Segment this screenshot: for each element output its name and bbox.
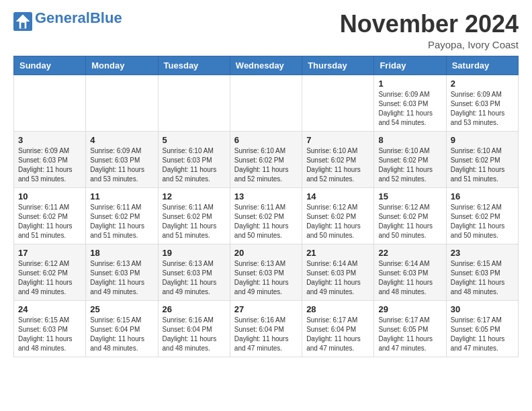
weekday-header-row: SundayMondayTuesdayWednesdayThursdayFrid…	[14, 56, 519, 75]
calendar-cell: 17Sunrise: 6:12 AM Sunset: 6:02 PM Dayli…	[14, 244, 86, 300]
day-number: 17	[18, 248, 81, 258]
day-info: Sunrise: 6:17 AM Sunset: 6:05 PM Dayligh…	[451, 316, 514, 353]
logo-blue: Blue	[90, 9, 122, 26]
logo-general: General	[35, 9, 90, 26]
day-info: Sunrise: 6:10 AM Sunset: 6:03 PM Dayligh…	[163, 146, 226, 184]
day-info: Sunrise: 6:15 AM Sunset: 6:03 PM Dayligh…	[18, 316, 81, 353]
weekday-header-monday: Monday	[86, 56, 158, 75]
calendar-table: SundayMondayTuesdayWednesdayThursdayFrid…	[13, 56, 519, 357]
day-info: Sunrise: 6:14 AM Sunset: 6:03 PM Dayligh…	[378, 259, 441, 297]
day-info: Sunrise: 6:09 AM Sunset: 6:03 PM Dayligh…	[18, 146, 81, 184]
day-info: Sunrise: 6:11 AM Sunset: 6:02 PM Dayligh…	[163, 203, 226, 240]
day-number: 28	[306, 304, 369, 314]
calendar-cell: 14Sunrise: 6:12 AM Sunset: 6:02 PM Dayli…	[302, 187, 374, 244]
day-number: 29	[378, 304, 441, 314]
calendar-cell	[230, 75, 302, 131]
day-number: 8	[378, 135, 441, 145]
month-title: November 2024	[340, 11, 519, 38]
day-number: 6	[234, 135, 298, 145]
logo: GeneralBlue	[13, 11, 122, 31]
weekday-header-tuesday: Tuesday	[158, 56, 230, 75]
day-info: Sunrise: 6:11 AM Sunset: 6:02 PM Dayligh…	[90, 203, 153, 240]
day-info: Sunrise: 6:15 AM Sunset: 6:04 PM Dayligh…	[90, 316, 153, 353]
day-number: 15	[378, 191, 441, 201]
day-info: Sunrise: 6:15 AM Sunset: 6:03 PM Dayligh…	[451, 259, 514, 297]
day-info: Sunrise: 6:16 AM Sunset: 6:04 PM Dayligh…	[234, 316, 298, 353]
logo-text: GeneralBlue	[35, 11, 122, 26]
day-info: Sunrise: 6:12 AM Sunset: 6:02 PM Dayligh…	[451, 203, 514, 240]
day-number: 23	[451, 248, 514, 258]
title-block: November 2024 Payopa, Ivory Coast	[340, 11, 519, 50]
page: GeneralBlue November 2024 Payopa, Ivory …	[0, 0, 532, 371]
day-number: 20	[234, 248, 298, 258]
day-number: 10	[18, 191, 81, 201]
calendar-cell: 15Sunrise: 6:12 AM Sunset: 6:02 PM Dayli…	[374, 187, 446, 244]
calendar-cell	[86, 75, 158, 131]
calendar-week-row: 24Sunrise: 6:15 AM Sunset: 6:03 PM Dayli…	[14, 300, 519, 357]
day-info: Sunrise: 6:10 AM Sunset: 6:02 PM Dayligh…	[306, 146, 369, 184]
day-number: 4	[90, 135, 153, 145]
day-number: 25	[90, 304, 153, 314]
day-number: 21	[306, 248, 369, 258]
day-number: 22	[378, 248, 441, 258]
day-info: Sunrise: 6:10 AM Sunset: 6:02 PM Dayligh…	[234, 146, 298, 184]
day-info: Sunrise: 6:11 AM Sunset: 6:02 PM Dayligh…	[234, 203, 298, 240]
day-info: Sunrise: 6:09 AM Sunset: 6:03 PM Dayligh…	[90, 146, 153, 184]
calendar-cell: 7Sunrise: 6:10 AM Sunset: 6:02 PM Daylig…	[302, 131, 374, 187]
calendar-cell: 5Sunrise: 6:10 AM Sunset: 6:03 PM Daylig…	[158, 131, 230, 187]
calendar-cell	[158, 75, 230, 131]
day-number: 30	[451, 304, 514, 314]
day-number: 14	[306, 191, 369, 201]
day-number: 19	[163, 248, 226, 258]
calendar-cell: 29Sunrise: 6:17 AM Sunset: 6:05 PM Dayli…	[374, 300, 446, 357]
day-info: Sunrise: 6:12 AM Sunset: 6:02 PM Dayligh…	[18, 259, 81, 297]
calendar-cell: 13Sunrise: 6:11 AM Sunset: 6:02 PM Dayli…	[230, 187, 302, 244]
day-info: Sunrise: 6:17 AM Sunset: 6:04 PM Dayligh…	[306, 316, 369, 353]
calendar-cell: 24Sunrise: 6:15 AM Sunset: 6:03 PM Dayli…	[14, 300, 86, 357]
day-info: Sunrise: 6:17 AM Sunset: 6:05 PM Dayligh…	[378, 316, 441, 353]
weekday-header-sunday: Sunday	[14, 56, 86, 75]
calendar-cell: 9Sunrise: 6:10 AM Sunset: 6:02 PM Daylig…	[446, 131, 518, 187]
day-info: Sunrise: 6:12 AM Sunset: 6:02 PM Dayligh…	[378, 203, 441, 240]
calendar-cell: 3Sunrise: 6:09 AM Sunset: 6:03 PM Daylig…	[14, 131, 86, 187]
calendar-cell	[14, 75, 86, 131]
calendar-cell: 18Sunrise: 6:13 AM Sunset: 6:03 PM Dayli…	[86, 244, 158, 300]
day-info: Sunrise: 6:16 AM Sunset: 6:04 PM Dayligh…	[163, 316, 226, 353]
day-info: Sunrise: 6:13 AM Sunset: 6:03 PM Dayligh…	[163, 259, 226, 297]
day-info: Sunrise: 6:13 AM Sunset: 6:03 PM Dayligh…	[234, 259, 298, 297]
calendar-cell: 12Sunrise: 6:11 AM Sunset: 6:02 PM Dayli…	[158, 187, 230, 244]
calendar-cell: 26Sunrise: 6:16 AM Sunset: 6:04 PM Dayli…	[158, 300, 230, 357]
day-number: 12	[163, 191, 226, 201]
header: GeneralBlue November 2024 Payopa, Ivory …	[13, 11, 519, 50]
location: Payopa, Ivory Coast	[340, 39, 519, 50]
day-number: 18	[90, 248, 153, 258]
calendar-cell: 30Sunrise: 6:17 AM Sunset: 6:05 PM Dayli…	[446, 300, 518, 357]
weekday-header-thursday: Thursday	[302, 56, 374, 75]
logo-icon	[13, 12, 32, 31]
calendar-week-row: 10Sunrise: 6:11 AM Sunset: 6:02 PM Dayli…	[14, 187, 519, 244]
day-info: Sunrise: 6:13 AM Sunset: 6:03 PM Dayligh…	[90, 259, 153, 297]
day-number: 13	[234, 191, 298, 201]
day-number: 11	[90, 191, 153, 201]
calendar-cell: 11Sunrise: 6:11 AM Sunset: 6:02 PM Dayli…	[86, 187, 158, 244]
day-number: 27	[234, 304, 298, 314]
calendar-cell: 19Sunrise: 6:13 AM Sunset: 6:03 PM Dayli…	[158, 244, 230, 300]
calendar-cell: 27Sunrise: 6:16 AM Sunset: 6:04 PM Dayli…	[230, 300, 302, 357]
day-info: Sunrise: 6:09 AM Sunset: 6:03 PM Dayligh…	[378, 90, 441, 128]
calendar-cell: 28Sunrise: 6:17 AM Sunset: 6:04 PM Dayli…	[302, 300, 374, 357]
weekday-header-friday: Friday	[374, 56, 446, 75]
day-info: Sunrise: 6:11 AM Sunset: 6:02 PM Dayligh…	[18, 203, 81, 240]
day-info: Sunrise: 6:14 AM Sunset: 6:03 PM Dayligh…	[306, 259, 369, 297]
day-number: 24	[18, 304, 81, 314]
weekday-header-wednesday: Wednesday	[230, 56, 302, 75]
calendar-cell: 22Sunrise: 6:14 AM Sunset: 6:03 PM Dayli…	[374, 244, 446, 300]
day-number: 2	[451, 79, 514, 89]
day-number: 1	[378, 79, 441, 89]
calendar-cell: 25Sunrise: 6:15 AM Sunset: 6:04 PM Dayli…	[86, 300, 158, 357]
day-info: Sunrise: 6:09 AM Sunset: 6:03 PM Dayligh…	[451, 90, 514, 128]
calendar-cell: 2Sunrise: 6:09 AM Sunset: 6:03 PM Daylig…	[446, 75, 518, 131]
calendar-cell: 16Sunrise: 6:12 AM Sunset: 6:02 PM Dayli…	[446, 187, 518, 244]
calendar-cell: 23Sunrise: 6:15 AM Sunset: 6:03 PM Dayli…	[446, 244, 518, 300]
calendar-cell: 20Sunrise: 6:13 AM Sunset: 6:03 PM Dayli…	[230, 244, 302, 300]
weekday-header-saturday: Saturday	[446, 56, 518, 75]
